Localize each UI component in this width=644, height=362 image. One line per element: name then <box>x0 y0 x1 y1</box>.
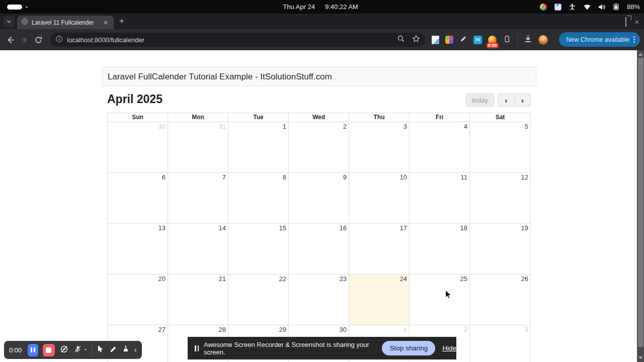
back-icon[interactable] <box>3 33 17 47</box>
calendar-cell-17[interactable]: 17 <box>349 224 410 274</box>
document-icon[interactable] <box>432 36 439 44</box>
collapse-chevron-icon[interactable]: ‹ <box>134 346 137 354</box>
calendar-cell-25[interactable]: 25 <box>410 275 470 325</box>
fi-icon[interactable]: FI <box>473 36 482 44</box>
calendar-cell-19[interactable]: 19 <box>470 224 530 274</box>
date-number: 29 <box>279 326 286 333</box>
battery-icon[interactable] <box>612 3 620 11</box>
hide-link[interactable]: Hide <box>442 344 456 352</box>
calendar-cell-24[interactable]: 24 <box>349 275 410 325</box>
calendar-week-row: 303112345 <box>108 122 530 172</box>
forward-icon[interactable] <box>17 33 31 47</box>
date-number: 3 <box>525 326 528 333</box>
date-number: 17 <box>400 224 407 232</box>
date-number: 9 <box>343 173 347 181</box>
day-header-wed: Wed <box>289 113 349 122</box>
page-scrollbar[interactable] <box>637 50 644 362</box>
calendar-cell-10[interactable]: 10 <box>349 173 410 223</box>
stop-sharing-button[interactable]: Stop sharing <box>382 341 435 355</box>
chrome-icon[interactable] <box>539 3 547 11</box>
mic-off-icon[interactable] <box>73 345 82 355</box>
calendar-cell-21[interactable]: 21 <box>168 275 228 325</box>
calendar-cell-4[interactable]: 4 <box>410 122 470 172</box>
mouse-cursor <box>445 290 452 300</box>
zoom-icon[interactable] <box>397 35 405 45</box>
system-clock[interactable]: Thu Apr 24 9:40:22 AM <box>283 3 358 11</box>
puzzle-icon[interactable] <box>503 35 511 45</box>
scrollbar-down-icon[interactable] <box>638 356 642 359</box>
chrome-update-button[interactable]: New Chrome available <box>559 32 640 47</box>
calendar-cell-6[interactable]: 6 <box>108 173 168 223</box>
date-number: 14 <box>219 224 226 232</box>
close-icon[interactable]: × <box>635 19 639 26</box>
calendar-cell-22[interactable]: 22 <box>228 275 289 325</box>
recorder-icon[interactable]: 0:00 <box>488 36 497 44</box>
day-header-tue: Tue <box>228 113 289 122</box>
share-message: Awesome Screen Recorder & Screenshot is … <box>204 341 376 356</box>
prev-month-button[interactable]: ‹ <box>498 94 514 107</box>
pen-icon[interactable] <box>459 35 467 45</box>
tab-search-button[interactable] <box>4 16 15 27</box>
calendar-cell-13[interactable]: 13 <box>108 224 168 274</box>
bookmark-star-icon[interactable] <box>412 35 420 45</box>
calendar-cell-11[interactable]: 11 <box>410 173 470 223</box>
today-button[interactable]: today <box>466 94 494 107</box>
calendar-cell-16[interactable]: 16 <box>289 224 349 274</box>
calendar-cell-adjacent-31[interactable]: 31 <box>168 122 228 172</box>
date-number: 26 <box>521 275 528 283</box>
date-number: 25 <box>460 275 467 283</box>
volume-icon[interactable] <box>598 3 606 11</box>
reload-icon[interactable] <box>31 33 45 47</box>
mic-menu-caret-icon[interactable] <box>84 349 87 351</box>
site-info-icon[interactable] <box>55 35 63 45</box>
calendar-cell-8[interactable]: 8 <box>228 173 289 223</box>
calendar-table: SunMonTueWedThuFriSat 303112345678910111… <box>107 113 531 362</box>
calendar-cell-23[interactable]: 23 <box>289 275 349 325</box>
calendar-cell-3[interactable]: 3 <box>349 122 410 172</box>
date-number: 8 <box>283 173 286 181</box>
screenshot-tool-icon[interactable] <box>554 3 562 11</box>
profile-avatar[interactable] <box>538 35 548 45</box>
tab-close-icon[interactable]: × <box>102 19 109 27</box>
new-tab-button[interactable]: + <box>119 17 124 25</box>
url-text[interactable]: localhost:8000/fullcalender <box>67 36 397 44</box>
cursor-tool-icon[interactable] <box>97 345 105 355</box>
brush-tool-icon[interactable] <box>122 345 130 355</box>
scrollbar-up-icon[interactable] <box>638 53 642 56</box>
pause-icon <box>195 345 199 351</box>
restore-icon[interactable] <box>625 18 626 27</box>
address-bar[interactable]: localhost:8000/fullcalender <box>50 33 425 47</box>
calendar-cell-12[interactable]: 12 <box>470 173 530 223</box>
pause-button[interactable] <box>28 344 38 356</box>
calendar-cell-18[interactable]: 18 <box>410 224 470 274</box>
calendar-cell-14[interactable]: 14 <box>168 224 228 274</box>
webcam-off-icon[interactable] <box>59 344 69 356</box>
date-number: 16 <box>340 224 347 232</box>
calendar-grid: 3031123456789101112131415161718192021222… <box>108 122 530 362</box>
download-icon[interactable] <box>524 35 532 45</box>
calendar-cell-7[interactable]: 7 <box>168 173 228 223</box>
calendar-cell-9[interactable]: 9 <box>289 173 349 223</box>
calendar-cell-15[interactable]: 15 <box>228 224 289 274</box>
next-month-button[interactable]: › <box>514 94 531 107</box>
activities-pill[interactable] <box>7 5 22 10</box>
calendar-cell-1[interactable]: 1 <box>228 122 289 172</box>
calendar-cell-2[interactable]: 2 <box>289 122 349 172</box>
calendar-cell-5[interactable]: 5 <box>470 122 530 172</box>
browser-toolbar: localhost:8000/fullcalender FI 0:00 New … <box>0 29 644 50</box>
mosaic-icon[interactable] <box>445 36 453 44</box>
day-header-fri: Fri <box>410 113 470 122</box>
browser-tab-active[interactable]: Laravel 11 Fullcalender × <box>17 16 114 29</box>
calendar-cell-adjacent-30[interactable]: 30 <box>108 122 168 172</box>
kebab-menu-icon[interactable] <box>633 36 635 43</box>
accessibility-icon[interactable] <box>569 3 577 11</box>
calendar-cell-20[interactable]: 20 <box>108 275 168 325</box>
scrollbar-thumb[interactable] <box>638 58 643 347</box>
calendar-cell-adjacent-3[interactable]: 3 <box>470 325 530 362</box>
wifi-icon[interactable] <box>583 3 591 11</box>
pencil-tool-icon[interactable] <box>109 345 117 355</box>
stop-button[interactable] <box>43 344 55 356</box>
calendar-cell-26[interactable]: 26 <box>470 275 530 325</box>
system-tray[interactable]: 88% <box>539 3 640 11</box>
date-number: 4 <box>464 123 467 130</box>
